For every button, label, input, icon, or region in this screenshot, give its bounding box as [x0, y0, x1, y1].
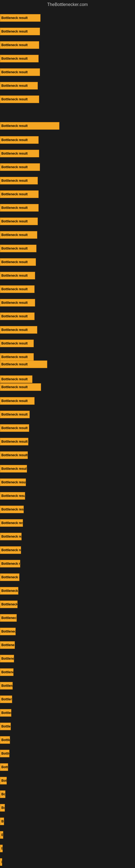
bar-label: Bottleneck result: [1, 779, 7, 782]
bar-label: Bottleneck result: [1, 247, 28, 250]
bar-label: Bottleneck result: [1, 806, 5, 810]
bar-item[interactable]: Bottleneck result: [0, 285, 35, 293]
bar-item[interactable]: Bottleneck result: [0, 695, 12, 703]
bar-item[interactable]: Bottleneck result: [0, 326, 37, 334]
bar-item[interactable]: Bottleneck result: [0, 163, 40, 171]
bar-item[interactable]: Bottleneck result: [0, 669, 13, 676]
bar-label: Bottleneck result: [1, 412, 28, 416]
bar-item[interactable]: Bottleneck result: [0, 353, 34, 361]
bar-label: Bottleneck result: [1, 548, 21, 552]
bar-item[interactable]: Bottleneck result: [0, 68, 40, 76]
bar-item[interactable]: Bottleneck result: [0, 218, 38, 225]
bar-item[interactable]: Bottleneck result: [0, 55, 39, 62]
bar-label: Bottleneck result: [1, 165, 28, 169]
bar-label: Bottleneck result: [1, 670, 13, 674]
bar-label: Bottleneck result: [1, 616, 17, 620]
bar-item[interactable]: Bottleneck result: [0, 424, 29, 432]
bar-label: Bottleneck result: [1, 138, 28, 142]
bar-item[interactable]: Bottleneck result: [0, 682, 13, 689]
bar-item[interactable]: Bottleneck result: [0, 340, 34, 347]
bar-item[interactable]: Bottleneck result: [0, 299, 35, 307]
bar-label: Bottleneck result: [1, 385, 28, 389]
bar-item[interactable]: Bottleneck result: [0, 383, 41, 391]
bar-item[interactable]: Bottleneck result: [0, 95, 39, 103]
bar-item[interactable]: Bottleneck result: [0, 438, 28, 445]
bar-item[interactable]: Bottleneck result: [0, 817, 4, 825]
bar-item[interactable]: Bottleneck result: [0, 28, 40, 35]
bar-label: Bottleneck result: [1, 738, 10, 742]
bar-item[interactable]: Bottleneck result: [0, 478, 26, 486]
bar-item[interactable]: Bottleneck result: [0, 82, 38, 90]
bar-label: Bottleneck result: [1, 752, 9, 755]
bar-item[interactable]: Bottleneck result: [0, 763, 8, 771]
bar-label: Bottleneck result: [1, 480, 26, 484]
bar-item[interactable]: Bottleneck result: [0, 492, 25, 500]
bar-label: Bottleneck result: [1, 860, 2, 864]
bar-item[interactable]: Bottleneck result: [0, 204, 39, 212]
bar-item[interactable]: Bottleneck result: [0, 831, 3, 839]
bar-item[interactable]: Bottleneck result: [0, 709, 11, 717]
bar-item[interactable]: Bottleneck result: [0, 804, 5, 812]
bar-item[interactable]: Bottleneck result: [0, 190, 39, 198]
bar-item[interactable]: Bottleneck result: [0, 750, 9, 757]
bar-label: Bottleneck result: [1, 711, 11, 715]
bar-label: Bottleneck result: [1, 260, 28, 264]
bar-item[interactable]: Bottleneck result: [0, 628, 16, 635]
bar-label: Bottleneck result: [1, 643, 15, 647]
bar-item[interactable]: Bottleneck result: [0, 375, 32, 383]
bar-label: Bottleneck result: [1, 16, 28, 20]
bar-item[interactable]: Bottleneck result: [0, 546, 21, 554]
bar-item[interactable]: Bottleneck result: [0, 272, 35, 279]
bar-label: Bottleneck result: [1, 507, 24, 511]
bar-item[interactable]: Bottleneck result: [0, 533, 21, 540]
bar-item[interactable]: Bottleneck result: [0, 574, 19, 581]
bar-label: Bottleneck result: [1, 301, 28, 305]
bar-item[interactable]: Bottleneck result: [0, 587, 18, 595]
bar-item[interactable]: Bottleneck result: [0, 122, 59, 130]
bar-item[interactable]: Bottleneck result: [0, 600, 17, 608]
bar-item[interactable]: Bottleneck result: [0, 177, 38, 184]
bar-item[interactable]: Bottleneck result: [0, 614, 17, 622]
bar-label: Bottleneck result: [1, 362, 28, 366]
bar-item[interactable]: Bottleneck result: [0, 452, 28, 459]
bar-label: Bottleneck result: [1, 124, 28, 128]
bar-item[interactable]: Bottleneck result: [0, 736, 10, 744]
bar-item[interactable]: Bottleneck result: [0, 258, 36, 266]
bar-item[interactable]: Bottleneck result: [0, 41, 39, 49]
bar-item[interactable]: Bottleneck result: [0, 14, 41, 22]
bar-item[interactable]: Bottleneck result: [0, 397, 35, 405]
bar-item[interactable]: Bottleneck result: [0, 312, 35, 320]
bar-item[interactable]: Bottleneck result: [0, 723, 11, 730]
bar-item[interactable]: Bottleneck result: [0, 790, 5, 798]
bar-item[interactable]: Bottleneck result: [0, 231, 37, 239]
bar-item[interactable]: Bottleneck result: [0, 465, 27, 472]
bar-label: Bottleneck result: [1, 97, 28, 101]
bar-item[interactable]: Bottleneck result: [0, 245, 37, 252]
bar-label: Bottleneck result: [1, 453, 28, 457]
bar-item[interactable]: Bottleneck result: [0, 641, 15, 649]
bar-label: Bottleneck result: [1, 724, 11, 728]
bar-label: Bottleneck result: [1, 84, 28, 88]
bar-item[interactable]: Bottleneck result: [0, 858, 2, 866]
bar-label: Bottleneck result: [1, 684, 13, 688]
bar-item[interactable]: Bottleneck result: [0, 655, 14, 662]
bar-item[interactable]: Bottleneck result: [0, 150, 39, 157]
bar-label: Bottleneck result: [1, 152, 28, 155]
site-title-text: TheBottlenecker.com: [47, 2, 88, 7]
bar-label: Bottleneck result: [1, 43, 28, 47]
bar-item[interactable]: Bottleneck result: [0, 519, 23, 527]
site-title: TheBottlenecker.com: [0, 0, 135, 9]
bar-label: Bottleneck result: [1, 521, 23, 525]
bar-label: Bottleneck result: [1, 535, 21, 538]
bar-item[interactable]: Bottleneck result: [0, 506, 24, 513]
bar-item[interactable]: Bottleneck result: [0, 411, 30, 418]
bar-label: Bottleneck result: [1, 657, 14, 660]
bar-item[interactable]: Bottleneck result: [0, 136, 39, 144]
bar-item[interactable]: Bottleneck result: [0, 777, 7, 784]
bar-label: Bottleneck result: [1, 575, 19, 579]
bar-item[interactable]: Bottleneck result: [0, 845, 3, 852]
bar-item[interactable]: Bottleneck result: [0, 560, 20, 567]
bar-label: Bottleneck result: [1, 846, 3, 850]
bar-label: Bottleneck result: [1, 426, 28, 430]
bar-item[interactable]: Bottleneck result: [0, 361, 47, 368]
